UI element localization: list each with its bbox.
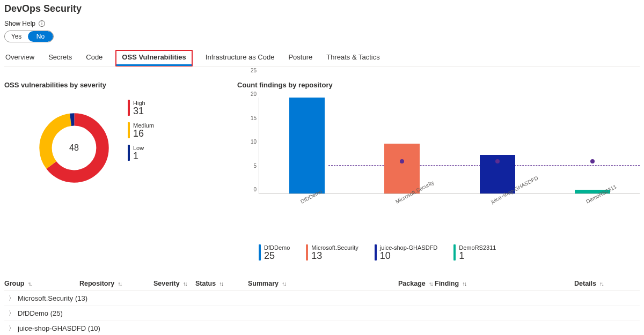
tab-overview[interactable]: Overview (4, 50, 35, 66)
repo-bar-chart[interactable]: 0510152025DfDDemoMicrosoft.Securityjuice… (237, 94, 640, 213)
column-label: Finding (435, 280, 459, 287)
repo-count-item[interactable]: Microsoft.Security 13 (306, 244, 358, 262)
group-label: DfDDemo (25) (18, 309, 63, 317)
column-header[interactable]: Finding↑↓ (435, 280, 574, 287)
tab-iac[interactable]: Infrastructure as Code (204, 50, 276, 66)
y-tick: 25 (237, 68, 257, 73)
trend-point (590, 159, 595, 163)
toggle-yes[interactable]: Yes (5, 31, 28, 42)
show-help-toggle[interactable]: Yes No (4, 31, 54, 42)
column-header[interactable]: Details↑↓ (574, 280, 617, 287)
tab-code[interactable]: Code (85, 50, 104, 66)
legend-color-swatch (259, 244, 261, 260)
sort-icon[interactable]: ↑↓ (599, 280, 603, 287)
chevron-right-icon: 〉 (9, 294, 14, 302)
group-label: juice-shop-GHASDFD (10) (18, 324, 100, 332)
repo-count: 13 (311, 251, 358, 262)
legend-color-swatch (128, 100, 130, 116)
sort-icon[interactable]: ↑↓ (219, 280, 223, 287)
severity-legend: High 31 Medium 16 Low 1 (128, 100, 154, 162)
sort-icon[interactable]: ↑↓ (462, 280, 466, 287)
tab-oss-vulnerabilities[interactable]: OSS Vulnerabilities (115, 50, 192, 66)
severity-donut[interactable]: 48 (36, 110, 112, 185)
page-title: DevOps Security (4, 3, 640, 14)
sort-icon[interactable]: ↑↓ (282, 280, 286, 287)
legend-low[interactable]: Low 1 (128, 145, 154, 162)
legend-color-swatch (128, 122, 130, 138)
tab-threats[interactable]: Threats & Tactics (325, 50, 380, 66)
column-label: Package (398, 280, 426, 287)
table-group-row[interactable]: 〉juice-shop-GHASDFD (10) (4, 321, 640, 335)
repo-count-item[interactable]: DemoRS2311 1 (453, 244, 496, 262)
severity-chart-title: OSS vulnerabilities by severity (4, 81, 231, 89)
column-header[interactable]: Severity↑↓ (153, 280, 195, 287)
show-help-label: Show Help (4, 20, 35, 27)
legend-high[interactable]: High 31 (128, 100, 154, 117)
repo-counts: DfDDemo 25 Microsoft.Security 13 juice-s… (259, 244, 640, 262)
column-label: Summary (248, 280, 279, 287)
legend-value: 31 (133, 106, 145, 117)
trend-point (400, 159, 404, 163)
bar[interactable] (384, 144, 420, 193)
y-tick: 5 (237, 162, 257, 168)
sort-icon[interactable]: ↑↓ (28, 280, 32, 287)
repo-chart-title: Count findings by repository (237, 81, 640, 89)
legend-medium[interactable]: Medium 16 (128, 122, 154, 139)
bar[interactable] (289, 98, 325, 193)
repo-count-item[interactable]: juice-shop-GHASDFD 10 (375, 244, 438, 262)
show-help-row: Show Help i (4, 20, 640, 27)
chevron-right-icon: 〉 (9, 309, 14, 317)
legend-color-swatch (128, 145, 130, 161)
y-tick: 20 (237, 91, 257, 97)
y-tick: 0 (237, 187, 257, 192)
column-header[interactable]: Group↑↓ (4, 280, 79, 287)
legend-value: 16 (133, 129, 154, 139)
column-header[interactable]: Status↑↓ (195, 280, 248, 287)
column-label: Group (4, 280, 25, 287)
trend-point (495, 159, 500, 163)
column-label: Severity (153, 280, 180, 287)
group-label: Microsoft.Security (13) (18, 294, 87, 302)
column-header[interactable]: Summary↑↓ (248, 280, 398, 287)
table-group-row[interactable]: 〉Microsoft.Security (13) (4, 291, 640, 306)
chevron-right-icon: 〉 (9, 324, 14, 332)
repo-count-item[interactable]: DfDDemo 25 (259, 244, 290, 262)
sort-icon[interactable]: ↑↓ (429, 280, 433, 287)
column-header[interactable]: Package↑↓ (398, 280, 435, 287)
sort-icon[interactable]: ↑↓ (118, 280, 121, 287)
repo-count: 1 (459, 251, 496, 262)
tabs: Overview Secrets Code OSS Vulnerabilitie… (4, 50, 640, 67)
tab-secrets[interactable]: Secrets (47, 50, 73, 66)
repo-count: 10 (380, 251, 438, 262)
findings-table-body: 〉Microsoft.Security (13)〉DfDDemo (25)〉ju… (4, 291, 640, 335)
info-icon[interactable]: i (39, 20, 45, 27)
column-label: Details (574, 280, 596, 287)
findings-table-header: Group↑↓Repository↑↓Severity↑↓Status↑↓Sum… (4, 277, 640, 291)
column-label: Repository (79, 280, 114, 287)
repo-name: DemoRS2311 (459, 244, 496, 251)
y-tick: 10 (237, 139, 257, 145)
legend-value: 1 (133, 151, 144, 162)
legend-color-swatch (306, 244, 308, 260)
tab-posture[interactable]: Posture (287, 50, 313, 66)
column-header[interactable]: Repository↑↓ (79, 280, 153, 287)
toggle-no[interactable]: No (28, 31, 53, 42)
column-label: Status (195, 280, 216, 287)
severity-total: 48 (69, 143, 79, 153)
y-tick: 15 (237, 115, 257, 121)
table-group-row[interactable]: 〉DfDDemo (25) (4, 306, 640, 321)
sort-icon[interactable]: ↑↓ (183, 280, 187, 287)
legend-color-swatch (453, 244, 456, 260)
legend-color-swatch (375, 244, 377, 260)
repo-count: 25 (264, 251, 290, 262)
